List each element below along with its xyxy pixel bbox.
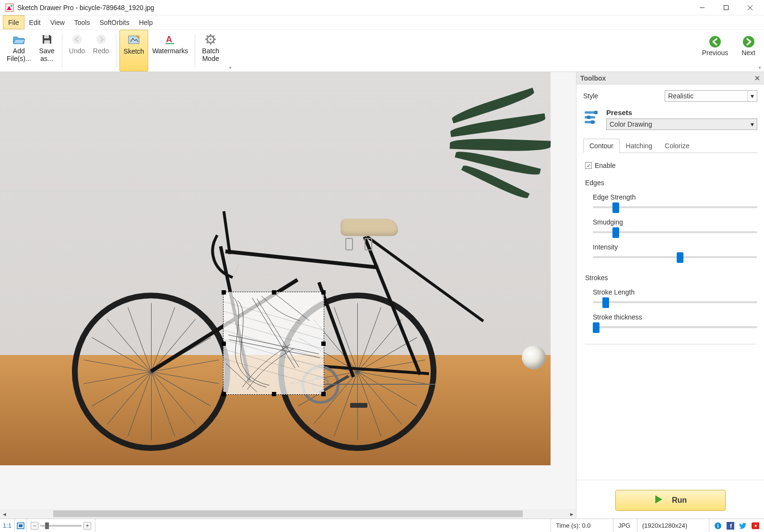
minimize-button[interactable]	[690, 0, 714, 15]
edges-section-label: Edges	[585, 179, 757, 187]
redo-icon	[94, 33, 108, 46]
batch-mode-button[interactable]: Batch Mode	[198, 30, 223, 71]
zoom-out-button[interactable]: −	[31, 522, 38, 530]
redo-button[interactable]: Redo	[89, 30, 113, 71]
svg-text:i: i	[717, 523, 718, 529]
zoom-slider[interactable]: − +	[27, 519, 95, 532]
previous-button[interactable]: Previous	[702, 35, 728, 57]
tab-hatching[interactable]: Hatching	[620, 139, 658, 153]
preset-select[interactable]: Color Drawing ▾	[606, 118, 757, 130]
image-canvas	[0, 72, 551, 465]
horizontal-scrollbar[interactable]: ◂ ▸	[0, 509, 576, 519]
play-icon	[654, 494, 664, 507]
svg-point-23	[709, 36, 721, 47]
folder-open-icon	[12, 33, 25, 46]
menu-file[interactable]: File	[3, 15, 24, 29]
svg-line-19	[207, 35, 208, 37]
window-title: Sketch Drawer Pro - bicycle-789648_1920.…	[17, 4, 690, 12]
chevron-down-icon: ▾	[747, 119, 757, 130]
tab-colorize[interactable]: Colorize	[658, 139, 695, 153]
tabs: Contour Hatching Colorize	[583, 139, 757, 153]
main-area: ◂ ▸ Toolbox ✕ Style Realistic ▾	[0, 72, 764, 519]
scroll-right-icon[interactable]: ▸	[567, 509, 576, 518]
canvas-area: ◂ ▸	[0, 72, 576, 519]
toolbar: Add File(s)... Save as... Undo Redo Sket…	[0, 30, 764, 72]
zoom-in-button[interactable]: +	[83, 522, 91, 530]
status-time: Time (s): 0.0	[551, 519, 613, 532]
undo-button[interactable]: Undo	[65, 30, 89, 71]
svg-text:A: A	[166, 35, 172, 44]
menu-help[interactable]: Help	[134, 15, 158, 29]
add-files-button[interactable]: Add File(s)...	[3, 30, 35, 71]
save-as-button[interactable]: Save as...	[35, 30, 59, 71]
watermarks-button[interactable]: A Watermarks	[148, 30, 192, 71]
twitter-icon[interactable]	[739, 522, 747, 530]
canvas-viewport[interactable]	[0, 72, 576, 509]
intensity-label: Intensity	[593, 243, 757, 251]
smudging-slider[interactable]	[593, 228, 757, 236]
tab-contour[interactable]: Contour	[583, 139, 620, 153]
svg-point-8	[72, 35, 82, 44]
app-icon	[5, 3, 14, 12]
selection-marquee[interactable]	[223, 292, 324, 395]
svg-rect-37	[591, 120, 594, 124]
previous-label: Previous	[702, 49, 728, 57]
menu-softorbits[interactable]: SoftOrbits	[94, 15, 134, 29]
gear-icon	[204, 33, 217, 46]
youtube-icon[interactable]	[752, 522, 759, 530]
svg-line-30	[223, 349, 324, 378]
style-label: Style	[583, 92, 660, 100]
intensity-slider[interactable]	[593, 253, 757, 261]
stroke-thickness-label: Stroke thickness	[593, 313, 757, 321]
zoom-ratio-label[interactable]: 1:1	[0, 519, 15, 532]
svg-line-26	[223, 311, 324, 340]
svg-rect-39	[19, 524, 23, 527]
toolbar-overflow-icon[interactable]: ▾	[229, 65, 232, 70]
toolbox-title: Toolbox	[580, 74, 606, 82]
svg-rect-32	[585, 111, 595, 114]
status-format: JPG	[613, 519, 637, 532]
stroke-thickness-slider[interactable]	[593, 323, 757, 331]
next-button[interactable]: Next	[741, 35, 755, 57]
svg-line-20	[213, 42, 214, 43]
arrow-right-icon	[742, 35, 755, 48]
watermark-icon: A	[164, 33, 177, 46]
svg-rect-7	[44, 40, 50, 44]
style-select[interactable]: Realistic ▾	[665, 90, 757, 102]
maximize-button[interactable]	[714, 0, 738, 15]
menubar: File Edit View Tools SoftOrbits Help	[0, 15, 764, 30]
sketch-button[interactable]: Sketch	[119, 30, 149, 71]
run-button[interactable]: Run	[615, 490, 726, 511]
svg-rect-3	[724, 5, 729, 10]
status-social-icons: i f	[709, 519, 764, 532]
svg-point-24	[743, 36, 754, 47]
facebook-icon[interactable]: f	[727, 522, 734, 530]
stroke-length-label: Stroke Length	[593, 288, 757, 296]
svg-line-21	[207, 42, 208, 43]
nav-overflow-icon[interactable]: ▾	[759, 65, 761, 70]
statusbar: 1:1 − + Time (s): 0.0 JPG (1920x1280x24)…	[0, 519, 764, 532]
close-button[interactable]	[738, 0, 762, 15]
menu-edit[interactable]: Edit	[24, 15, 46, 29]
svg-line-29	[223, 340, 324, 368]
edge-strength-label: Edge Strength	[593, 193, 757, 201]
edge-strength-slider[interactable]	[593, 203, 757, 212]
svg-rect-6	[44, 35, 49, 38]
status-dimensions: (1920x1280x24)	[637, 519, 709, 532]
toolbox-close-icon[interactable]: ✕	[754, 74, 760, 82]
stroke-length-slider[interactable]	[593, 298, 757, 307]
scroll-left-icon[interactable]: ◂	[0, 509, 9, 518]
sketch-icon	[127, 33, 141, 47]
enable-label: Enable	[595, 162, 616, 169]
svg-point-14	[210, 38, 212, 40]
svg-rect-35	[587, 116, 590, 119]
menu-view[interactable]: View	[46, 15, 70, 29]
enable-checkbox[interactable]	[585, 162, 592, 169]
toolbox-header: Toolbox ✕	[576, 72, 764, 84]
fit-screen-button[interactable]	[15, 519, 27, 532]
chevron-down-icon: ▾	[747, 91, 757, 101]
svg-line-27	[223, 320, 324, 349]
info-icon[interactable]: i	[714, 522, 722, 530]
menu-tools[interactable]: Tools	[70, 15, 95, 29]
svg-rect-33	[594, 111, 598, 114]
